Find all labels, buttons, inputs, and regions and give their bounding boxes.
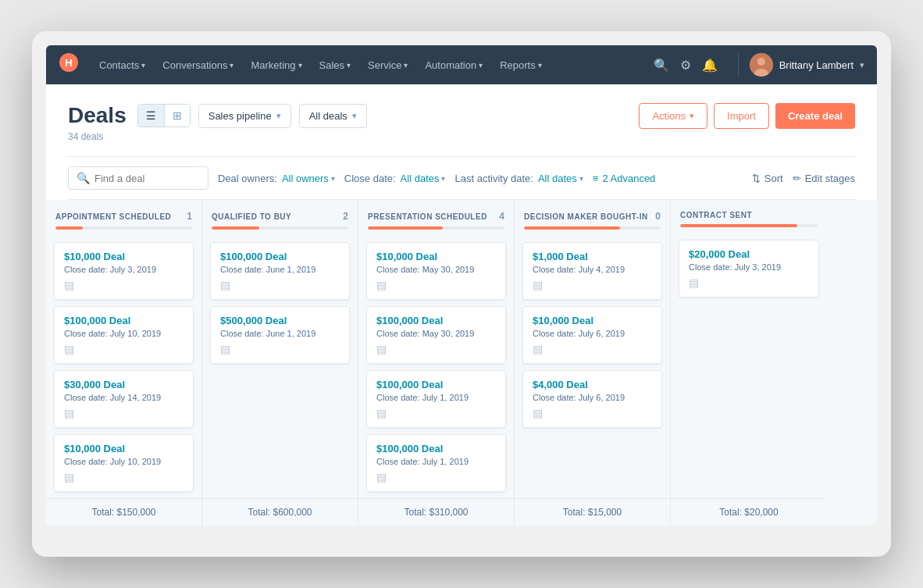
- column-progress: [368, 226, 504, 230]
- deal-close: Close date: June 1, 2019: [220, 265, 340, 274]
- document-icon: ▤: [64, 343, 184, 355]
- nav-marketing[interactable]: Marketing ▾: [243, 45, 309, 84]
- column-header: QUALIFIED TO BUY 2: [202, 200, 358, 236]
- settings-icon[interactable]: ⚙: [680, 58, 691, 73]
- deal-amount: $30,000 Deal: [64, 379, 184, 390]
- page-title: Deals: [68, 103, 127, 128]
- kanban-board: APPOINTMENT SCHEDULED 1 $10,000 Deal Clo…: [46, 200, 877, 526]
- nav-reports[interactable]: Reports ▾: [492, 45, 550, 84]
- advanced-filter[interactable]: ≡ 2 Advanced: [593, 173, 656, 184]
- deal-card[interactable]: $100,000 Deal Close date: July 10, 2019 …: [54, 306, 194, 364]
- close-date-filter: Close date: All dates ▾: [344, 173, 446, 184]
- filter-dropdown[interactable]: All deals ▾: [299, 104, 367, 128]
- column-header: CONTRACT SENT: [671, 200, 827, 233]
- deal-amount: $100,000 Deal: [64, 315, 184, 326]
- deal-owners-value[interactable]: All owners ▾: [282, 173, 335, 184]
- deal-amount: $10,000 Deal: [533, 315, 652, 326]
- document-icon: ▤: [533, 279, 652, 291]
- navbar-username: Brittany Lambert: [779, 59, 854, 71]
- deal-card[interactable]: $100,000 Deal Close date: June 1, 2019 ▤: [210, 242, 350, 300]
- navbar: H Contacts ▾ Conversations ▾ Marketing ▾…: [46, 45, 877, 84]
- column-footer: Total: $600,000: [202, 498, 358, 526]
- deal-card[interactable]: $10,000 Deal Close date: July 6, 2019 ▤: [522, 306, 662, 364]
- deal-card[interactable]: $100,000 Deal Close date: July 1, 2019 ▤: [366, 370, 506, 428]
- column-footer: Total: $150,000: [46, 498, 201, 526]
- deal-amount: $10,000 Deal: [64, 251, 184, 262]
- search-box: 🔍: [68, 166, 208, 190]
- automation-chevron: ▾: [479, 61, 483, 69]
- grid-view-button[interactable]: ⊞: [164, 105, 190, 127]
- deal-card[interactable]: $1,000 Deal Close date: July 4, 2019 ▤: [522, 242, 662, 300]
- column-progress-bar: [55, 226, 83, 230]
- import-button[interactable]: Import: [714, 103, 769, 129]
- deal-close: Close date: July 3, 2019: [689, 262, 809, 272]
- search-icon: 🔍: [77, 172, 90, 184]
- deal-card[interactable]: $10,000 Deal Close date: July 3, 2019 ▤: [54, 242, 194, 300]
- column-title: CONTRACT SENT: [680, 211, 752, 219]
- navbar-nav: Contacts ▾ Conversations ▾ Marketing ▾ S…: [91, 45, 650, 84]
- last-activity-value[interactable]: All dates ▾: [538, 173, 583, 184]
- kanban-column-appointment-scheduled: APPOINTMENT SCHEDULED 1 $10,000 Deal Clo…: [46, 200, 202, 526]
- column-progress-bar: [680, 224, 797, 227]
- search-input[interactable]: [94, 173, 200, 184]
- close-date-value[interactable]: All dates ▾: [401, 173, 446, 184]
- deal-card[interactable]: $100,000 Deal Close date: July 1, 2019 ▤: [366, 434, 506, 492]
- sales-chevron: ▾: [347, 61, 351, 69]
- nav-conversations[interactable]: Conversations ▾: [155, 45, 241, 84]
- list-view-button[interactable]: ☰: [138, 105, 164, 127]
- document-icon: ▤: [376, 407, 496, 419]
- pipeline-dropdown[interactable]: Sales pipeline ▾: [198, 104, 291, 128]
- column-progress: [680, 224, 818, 227]
- column-count: 0: [655, 211, 661, 222]
- actions-button[interactable]: Actions ▾: [639, 103, 707, 129]
- user-chevron: ▾: [860, 60, 864, 70]
- nav-service[interactable]: Service ▾: [360, 45, 415, 84]
- column-cards: $10,000 Deal Close date: July 3, 2019 ▤ …: [46, 236, 201, 498]
- document-icon: ▤: [64, 279, 184, 291]
- svg-text:H: H: [65, 57, 72, 69]
- sort-icon: ⇅: [752, 173, 761, 184]
- grid-icon: ⊞: [173, 109, 182, 122]
- search-icon[interactable]: 🔍: [654, 58, 669, 73]
- column-progress-bar: [524, 226, 620, 230]
- deal-card[interactable]: $10,000 Deal Close date: July 10, 2019 ▤: [54, 434, 194, 492]
- deal-close: Close date: May 30, 2019: [376, 265, 496, 274]
- conversations-chevron: ▾: [230, 61, 233, 69]
- deal-card[interactable]: $10,000 Deal Close date: May 30, 2019 ▤: [366, 242, 506, 300]
- deal-close: Close date: May 30, 2019: [376, 329, 496, 338]
- page-title-area: Deals ☰ ⊞ Sales pipeli: [68, 103, 367, 142]
- navbar-user[interactable]: Brittany Lambert ▾: [750, 53, 864, 77]
- deal-close: Close date: July 1, 2019: [376, 457, 496, 466]
- column-progress: [55, 226, 192, 230]
- deal-card[interactable]: $20,000 Deal Close date: July 3, 2019 ▤: [679, 240, 819, 298]
- deal-amount: $100,000 Deal: [376, 315, 496, 326]
- nav-sales[interactable]: Sales ▾: [312, 45, 359, 84]
- deal-card[interactable]: $100,000 Deal Close date: May 30, 2019 ▤: [366, 306, 506, 364]
- deal-card[interactable]: $500,000 Deal Close date: June 1, 2019 ▤: [210, 306, 350, 364]
- kanban-column-qualified-to-buy: QUALIFIED TO BUY 2 $100,000 Deal Close d…: [202, 200, 358, 526]
- avatar: [750, 53, 773, 77]
- edit-stages-button[interactable]: ✏ Edit stages: [793, 173, 855, 184]
- column-title-row: DECISION MAKER BOUGHT-IN 0: [524, 211, 661, 222]
- create-deal-button[interactable]: Create deal: [775, 103, 855, 129]
- notifications-icon[interactable]: 🔔: [702, 58, 718, 73]
- column-title: DECISION MAKER BOUGHT-IN: [524, 212, 648, 221]
- nav-automation[interactable]: Automation ▾: [417, 45, 490, 84]
- deal-amount: $10,000 Deal: [64, 443, 184, 454]
- deal-amount: $500,000 Deal: [220, 315, 340, 326]
- kanban-column-presentation-scheduled: PRESENTATION SCHEDULED 4 $10,000 Deal Cl…: [358, 200, 515, 526]
- deal-close: Close date: July 14, 2019: [64, 393, 184, 402]
- deal-owners-filter: Deal owners: All owners ▾: [218, 173, 335, 184]
- deal-card[interactable]: $30,000 Deal Close date: July 14, 2019 ▤: [54, 370, 194, 428]
- view-toggle: ☰ ⊞: [137, 104, 191, 127]
- pipeline-chevron: ▾: [276, 111, 281, 121]
- navbar-divider: [738, 53, 739, 77]
- kanban-column-decision-maker-bought-in: DECISION MAKER BOUGHT-IN 0 $1,000 Deal C…: [515, 200, 671, 526]
- deal-card[interactable]: $4,000 Deal Close date: July 6, 2019 ▤: [522, 370, 662, 428]
- nav-contacts[interactable]: Contacts ▾: [91, 45, 153, 84]
- main-content: Deals ☰ ⊞ Sales pipeli: [46, 84, 877, 200]
- sort-button[interactable]: ⇅ Sort: [752, 173, 783, 184]
- column-title-row: QUALIFIED TO BUY 2: [212, 211, 348, 222]
- last-activity-filter: Last activity date: All dates ▾: [454, 173, 583, 184]
- deal-amount: $1,000 Deal: [533, 251, 652, 262]
